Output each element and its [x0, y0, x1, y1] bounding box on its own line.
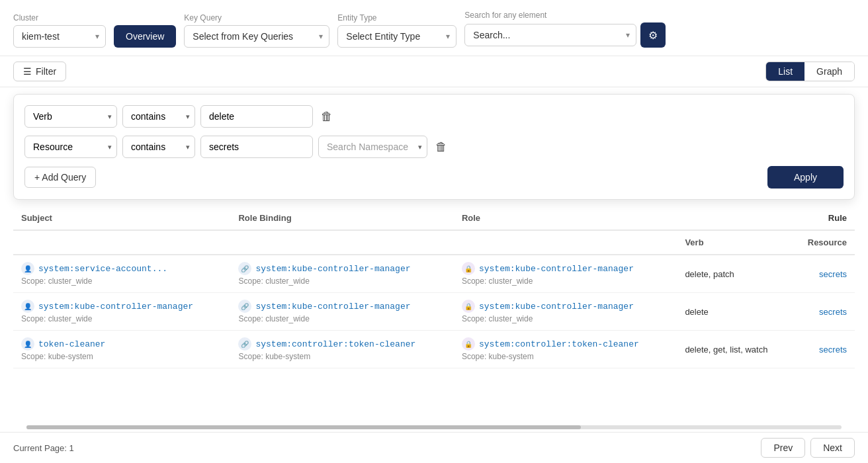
subject-icon: 👤: [21, 262, 34, 275]
binding-link[interactable]: system:kube-controller-manager: [255, 302, 410, 312]
binding-cell: 🔗 system:kube-controller-manager Scope: …: [230, 255, 453, 293]
search-label: Search for any element: [464, 11, 666, 20]
col-binding-sub: [230, 230, 453, 255]
col-subject: Subject: [13, 206, 230, 230]
filter-field-2[interactable]: Resource Verb Namespace: [24, 136, 117, 158]
view-toggle: List Graph: [765, 62, 855, 81]
namespace-select[interactable]: Search Namespace: [318, 136, 427, 158]
filter-row-1: Verb Resource Namespace ▾ contains equal…: [24, 105, 844, 128]
role-icon: 🔒: [462, 262, 475, 275]
binding-scope: Scope: kube-system: [238, 352, 445, 361]
filter-op-1[interactable]: contains equals: [122, 105, 195, 128]
filter-row-2: Resource Verb Namespace ▾ contains equal…: [24, 136, 844, 158]
key-query-select[interactable]: Select from Key Queries: [184, 25, 329, 48]
col-role: Role: [454, 206, 677, 230]
binding-icon: 🔗: [238, 300, 251, 313]
subject-link[interactable]: token-cleaner: [38, 339, 105, 349]
subject-icon: 👤: [21, 300, 34, 313]
binding-cell: 🔗 system:controller:token-cleaner Scope:…: [230, 331, 453, 368]
role-icon: 🔒: [462, 300, 475, 313]
binding-link[interactable]: system:kube-controller-manager: [255, 264, 410, 274]
footer: Current Page: 1 Prev Next: [0, 432, 868, 463]
resource-link[interactable]: secrets: [819, 345, 847, 355]
filter-actions: + Add Query Apply: [24, 166, 844, 189]
key-query-label: Key Query: [184, 13, 329, 22]
role-cell: 🔒 system:kube-controller-manager Scope: …: [454, 293, 677, 331]
col-role-sub: [454, 230, 677, 255]
horizontal-scrollbar[interactable]: [26, 425, 842, 429]
resource-link[interactable]: secrets: [819, 307, 847, 317]
filter-value-2[interactable]: [200, 136, 313, 158]
subject-scope: Scope: kube-system: [21, 352, 222, 361]
binding-icon: 🔗: [238, 262, 251, 275]
overview-button[interactable]: Overview: [114, 25, 176, 48]
role-scope: Scope: kube-system: [462, 352, 669, 361]
resource-cell: secrets: [791, 293, 855, 331]
subject-cell: 👤 system:service-account... Scope: clust…: [13, 255, 230, 293]
role-cell: 🔒 system:controller:token-cleaner Scope:…: [454, 331, 677, 368]
entity-type-select[interactable]: Select Entity Type: [337, 25, 456, 48]
role-link[interactable]: system:kube-controller-manager: [479, 302, 634, 312]
list-view-button[interactable]: List: [766, 62, 804, 81]
next-button[interactable]: Next: [810, 438, 855, 458]
table-row: 👤 token-cleaner Scope: kube-system 🔗 sys…: [13, 331, 855, 368]
subject-cell: 👤 token-cleaner Scope: kube-system: [13, 331, 230, 368]
filter-label: Filter: [36, 66, 56, 77]
cluster-select[interactable]: kiem-test: [13, 25, 106, 48]
results-table: Subject Role Binding Role Rule Verb Reso…: [13, 206, 855, 368]
resource-cell: secrets: [791, 331, 855, 368]
subject-link[interactable]: system:kube-controller-manager: [38, 302, 193, 312]
col-verb: Verb: [677, 230, 791, 255]
binding-cell: 🔗 system:kube-controller-manager Scope: …: [230, 293, 453, 331]
col-binding: Role Binding: [230, 206, 453, 230]
subject-scope: Scope: cluster_wide: [21, 276, 222, 286]
binding-icon: 🔗: [238, 337, 251, 351]
binding-link[interactable]: system:controller:token-cleaner: [255, 339, 415, 349]
delete-filter-1-button[interactable]: 🗑: [318, 107, 335, 126]
binding-scope: Scope: cluster_wide: [238, 314, 445, 323]
delete-filter-2-button[interactable]: 🗑: [433, 138, 450, 157]
add-query-button[interactable]: + Add Query: [24, 167, 96, 188]
table-row: 👤 system:service-account... Scope: clust…: [13, 255, 855, 293]
subject-cell: 👤 system:kube-controller-manager Scope: …: [13, 293, 230, 331]
resource-link[interactable]: secrets: [819, 269, 847, 279]
role-link[interactable]: system:kube-controller-manager: [479, 264, 634, 274]
entity-type-label: Entity Type: [337, 13, 456, 22]
verb-cell: delete: [677, 293, 791, 331]
role-scope: Scope: cluster_wide: [462, 314, 669, 323]
filter-panel: Verb Resource Namespace ▾ contains equal…: [13, 94, 855, 200]
col-subject-sub: [13, 230, 230, 255]
settings-icon-button[interactable]: ⚙: [640, 22, 666, 48]
pagination-buttons: Prev Next: [761, 438, 855, 458]
role-icon: 🔒: [462, 337, 475, 351]
prev-button[interactable]: Prev: [761, 438, 805, 458]
col-rule: Rule: [677, 206, 855, 230]
filter-value-1[interactable]: [200, 105, 313, 128]
role-link[interactable]: system:controller:token-cleaner: [479, 339, 639, 349]
filter-icon: ☰: [23, 66, 32, 77]
filter-op-2[interactable]: contains equals: [122, 136, 195, 158]
page-info: Current Page: 1: [13, 443, 74, 453]
role-scope: Scope: cluster_wide: [462, 276, 669, 286]
table-area: Subject Role Binding Role Rule Verb Reso…: [0, 206, 868, 423]
subject-link[interactable]: system:service-account...: [38, 264, 167, 274]
graph-view-button[interactable]: Graph: [804, 62, 854, 81]
scrollbar-thumb: [26, 425, 581, 429]
filter-button[interactable]: ☰ Filter: [13, 62, 66, 81]
filter-field-1[interactable]: Verb Resource Namespace: [24, 105, 117, 128]
helm-icon: ⚙: [648, 29, 658, 42]
apply-button[interactable]: Apply: [767, 166, 844, 189]
search-select[interactable]: Search...: [464, 24, 636, 46]
subject-icon: 👤: [21, 337, 34, 351]
verb-cell: delete, patch: [677, 255, 791, 293]
binding-scope: Scope: cluster_wide: [238, 276, 445, 286]
role-cell: 🔒 system:kube-controller-manager Scope: …: [454, 255, 677, 293]
table-row: 👤 system:kube-controller-manager Scope: …: [13, 293, 855, 331]
resource-cell: secrets: [791, 255, 855, 293]
col-resource: Resource: [791, 230, 855, 255]
verb-cell: delete, get, list, watch: [677, 331, 791, 368]
subject-scope: Scope: cluster_wide: [21, 314, 222, 323]
cluster-label: Cluster: [13, 13, 106, 22]
